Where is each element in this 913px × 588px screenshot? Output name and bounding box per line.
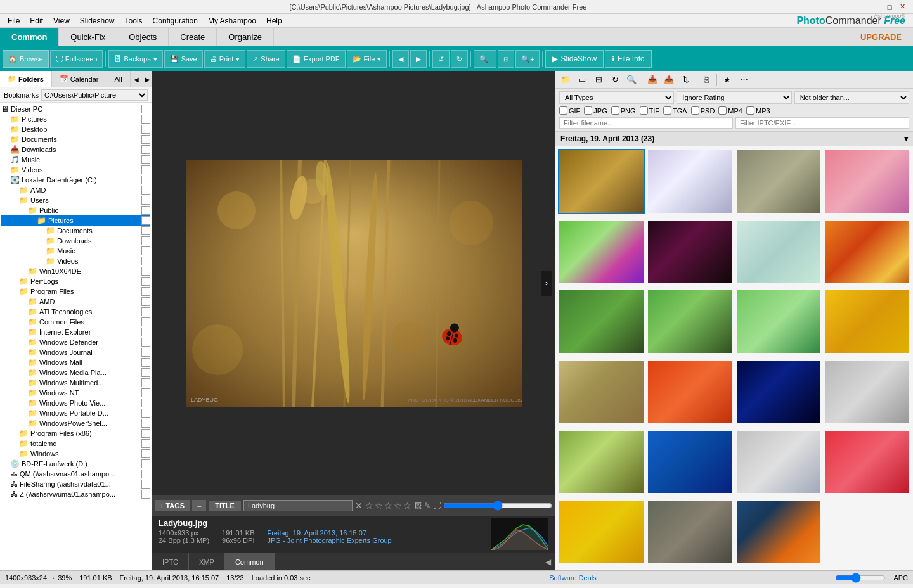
tree-item-windows-defender[interactable]: 📁 Windows Defender	[1, 337, 150, 347]
tree-item-videos[interactable]: 📁 Videos	[1, 165, 150, 175]
tree-item-checkbox[interactable]	[141, 307, 150, 316]
menu-myashampoo[interactable]: My Ashampoo	[203, 15, 261, 27]
software-deals-link[interactable]: Software Deals	[549, 574, 597, 582]
tree-item-qm-(\\ashsrvnas01.ashampo...[interactable]: 🖧 QM (\\ashsrvnas01.ashampo...	[1, 469, 150, 479]
panel-nav-prev[interactable]: ◀	[131, 71, 142, 87]
tree-item-windows-mail[interactable]: 📁 Windows Mail	[1, 357, 150, 368]
tree-item-windows-multimed...[interactable]: 📁 Windows Multimed...	[1, 378, 150, 388]
tree-item-checkbox[interactable]	[141, 236, 150, 245]
edit-icon[interactable]: ✎	[424, 501, 431, 510]
tree-item-users[interactable]: 📁 Users	[1, 195, 150, 205]
maximize-button[interactable]: □	[884, 1, 895, 13]
zoom-fit-button[interactable]: ⊡	[498, 50, 514, 68]
tif-checkbox[interactable]	[640, 106, 648, 115]
rotate-left-button[interactable]: ↺	[432, 50, 450, 68]
menu-view[interactable]: View	[48, 15, 75, 27]
zoom-out-button[interactable]: 🔍-	[474, 50, 496, 68]
tree-item-checkbox[interactable]	[141, 287, 150, 296]
meta-scroll-left[interactable]: ◀	[541, 553, 555, 570]
tree-item-checkbox[interactable]	[141, 125, 150, 134]
tree-item-totalcmd[interactable]: 📁 totalcmd	[1, 438, 150, 449]
export-btn[interactable]: 📤	[661, 73, 677, 87]
menu-edit[interactable]: Edit	[25, 15, 48, 27]
tree-item-checkbox[interactable]	[141, 176, 150, 184]
title-input[interactable]	[243, 500, 353, 511]
tree-item-ati-technologies[interactable]: 📁 ATI Technologies	[1, 307, 150, 317]
tab-objects[interactable]: Objects	[117, 28, 169, 46]
next-image-button[interactable]: ›	[541, 271, 552, 296]
filter-png[interactable]: PNG	[611, 106, 636, 115]
tab-upgrade[interactable]: UPGRADE	[849, 28, 913, 46]
zoom-slider-tag[interactable]	[443, 499, 552, 513]
filename-filter[interactable]	[559, 117, 733, 129]
tree-item-checkbox[interactable]	[141, 216, 150, 225]
thumbnail-item[interactable]	[647, 499, 734, 565]
tree-item-downloads[interactable]: 📁 Downloads	[1, 236, 150, 246]
nav-back-button[interactable]: ◀	[392, 50, 409, 68]
thumbnail-item[interactable]	[735, 359, 822, 425]
date-header-arrow[interactable]: ▾	[904, 134, 908, 143]
star-rating[interactable]: ☆ ☆ ☆ ☆ ☆	[365, 501, 411, 511]
save-button[interactable]: 💾 Save	[164, 50, 203, 68]
thumbnail-item[interactable]	[824, 289, 910, 354]
thumbnail-item[interactable]	[647, 219, 734, 284]
tree-item-checkbox[interactable]	[141, 490, 150, 499]
thumbnail-item[interactable]	[558, 219, 645, 284]
thumbnail-item[interactable]	[647, 430, 734, 495]
star-4[interactable]: ☆	[394, 501, 402, 511]
share-button[interactable]: ↗ Share	[247, 50, 285, 68]
filter-mp4[interactable]: MP4	[718, 106, 742, 115]
menu-configuration[interactable]: Configuration	[148, 15, 203, 27]
tree-item-checkbox[interactable]	[141, 368, 150, 377]
jpg-checkbox[interactable]	[584, 106, 592, 115]
tree-item-checkbox[interactable]	[141, 409, 150, 418]
filter-mp3[interactable]: MP3	[746, 106, 770, 115]
tree-item-checkbox[interactable]	[141, 480, 150, 489]
rotate-right-button[interactable]: ↻	[451, 50, 468, 68]
star-5[interactable]: ☆	[403, 501, 411, 511]
tree-item-dieser-pc[interactable]: 🖥 Dieser PC	[1, 104, 150, 114]
tab-create[interactable]: Create	[169, 28, 217, 46]
tree-item-checkbox[interactable]	[141, 439, 150, 448]
tree-item-pictures[interactable]: 📁 Pictures	[1, 215, 150, 226]
rating-filter[interactable]: Ignore Rating	[677, 91, 791, 104]
menu-slideshow[interactable]: Slideshow	[75, 15, 120, 27]
psd-checkbox[interactable]	[691, 106, 699, 115]
sort-btn[interactable]: ⇅	[678, 73, 693, 87]
filter-gif[interactable]: GIF	[559, 106, 580, 115]
folder-icon-btn[interactable]: 📁	[558, 73, 573, 87]
type-filter[interactable]: All Types	[559, 91, 674, 104]
filter-psd[interactable]: PSD	[691, 106, 715, 115]
search-btn[interactable]: 🔍	[624, 73, 639, 87]
meta-tab-iptc[interactable]: IPTC	[152, 553, 189, 570]
tree-item-checkbox[interactable]	[141, 297, 150, 306]
panel-tab-all[interactable]: All	[107, 71, 131, 87]
more-btn[interactable]: ⋯	[736, 73, 751, 87]
tree-item-checkbox[interactable]	[141, 388, 150, 397]
minimize-button[interactable]: –	[871, 1, 883, 13]
close-button[interactable]: ✕	[897, 1, 908, 13]
thumbnail-item[interactable]	[735, 219, 822, 284]
tree-item-checkbox[interactable]	[141, 328, 150, 336]
add-tags-button[interactable]: + TAGS	[155, 500, 190, 511]
export-pdf-button[interactable]: 📄 Export PDF	[287, 50, 346, 68]
iptc-filter[interactable]	[735, 117, 909, 129]
thumbnail-item[interactable]	[824, 149, 910, 214]
filter-tif[interactable]: TIF	[640, 106, 660, 115]
star-2[interactable]: ☆	[375, 501, 383, 511]
tree-item-checkbox[interactable]	[141, 419, 150, 428]
tree-item-lokaler-datenträger-(c:)[interactable]: 💽 Lokaler Datenträger (C:)	[1, 175, 150, 185]
tree-item-common-files[interactable]: 📁 Common Files	[1, 317, 150, 327]
clear-title-icon[interactable]: ✕	[355, 501, 363, 511]
tree-item-checkbox[interactable]	[141, 399, 150, 407]
tree-item-checkbox[interactable]	[141, 358, 150, 367]
menu-tools[interactable]: Tools	[120, 15, 148, 27]
backups-button[interactable]: 🗄 Backups ▾	[108, 50, 162, 68]
tree-item-public[interactable]: 📁 Public	[1, 205, 150, 215]
tree-item-windows-nt[interactable]: 📁 Windows NT	[1, 388, 150, 398]
tree-item-perflogs[interactable]: 📁 PerfLogs	[1, 276, 150, 286]
thumbnail-item[interactable]	[824, 219, 910, 284]
tree-item-checkbox[interactable]	[141, 378, 150, 387]
thumbnail-item[interactable]	[735, 430, 822, 495]
tree-item-windowspowershel...[interactable]: 📁 WindowsPowerShel...	[1, 418, 150, 428]
